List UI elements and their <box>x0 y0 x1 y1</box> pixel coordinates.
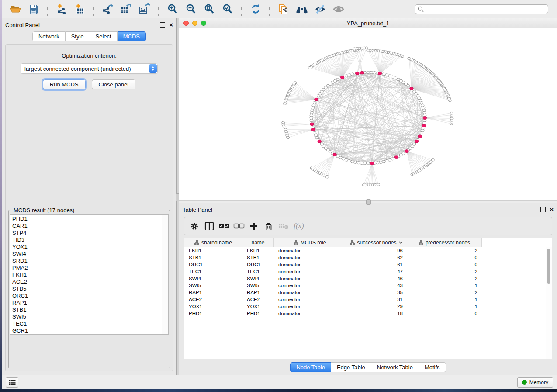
table-row[interactable]: ORC1ORC1dominator610 <box>184 261 546 268</box>
memory-button[interactable]: Memory <box>517 377 553 388</box>
zoom-fit-icon[interactable] <box>202 2 217 16</box>
column-header-mcds-role[interactable]: MCDS role <box>274 238 346 247</box>
table-row[interactable]: PHD1PHD1dominator180 <box>184 310 546 317</box>
table-cell[interactable]: PHD1 <box>242 311 274 316</box>
table-row[interactable]: YOX1YOX1connector291 <box>184 303 546 310</box>
export-image-icon[interactable] <box>137 2 152 16</box>
open-session-icon[interactable] <box>8 2 23 16</box>
close-panel-icon[interactable]: × <box>550 207 554 212</box>
select-all-icon[interactable] <box>218 220 231 233</box>
deselect-all-icon[interactable] <box>232 220 246 233</box>
refresh-icon[interactable] <box>248 2 263 16</box>
table-cell[interactable]: 18 <box>346 311 407 316</box>
table-cell[interactable]: 46 <box>346 276 407 281</box>
table-cell[interactable]: 62 <box>346 255 407 260</box>
hide-selected-icon[interactable] <box>313 2 328 16</box>
task-history-button[interactable] <box>6 377 18 388</box>
table-cell[interactable]: 31 <box>346 297 407 302</box>
table-row[interactable]: FKH1FKH1dominator962 <box>184 247 546 254</box>
table-cell[interactable]: TEC1 <box>242 269 274 274</box>
show-all-icon[interactable] <box>331 2 346 16</box>
mcds-result-item[interactable]: SWI5 <box>12 313 162 320</box>
table-cell[interactable]: 2 <box>407 269 482 274</box>
mcds-result-item[interactable]: TID3 <box>12 237 162 244</box>
table-cell[interactable]: 0 <box>407 311 482 316</box>
table-cell[interactable]: SWI4 <box>242 276 274 281</box>
run-mcds-button[interactable]: Run MCDS <box>43 79 86 89</box>
table-cell[interactable]: dominator <box>274 248 346 253</box>
mcds-result-item[interactable]: STP4 <box>12 230 162 237</box>
column-header-successor-nodes[interactable]: successor nodes <box>346 238 407 247</box>
table-cell[interactable]: connector <box>274 269 346 274</box>
network-view[interactable] <box>179 28 557 200</box>
import-table-icon[interactable] <box>73 2 87 16</box>
table-cell[interactable]: FKH1 <box>184 248 242 253</box>
table-cell[interactable]: connector <box>274 283 346 288</box>
mcds-result-item[interactable]: TEC1 <box>12 320 162 327</box>
table-cell[interactable]: STB1 <box>184 255 242 260</box>
table-row[interactable]: ACE2ACE2connector311 <box>184 296 546 303</box>
table-cell[interactable]: PHD1 <box>184 311 242 316</box>
table-cell[interactable]: SWI4 <box>184 276 242 281</box>
float-panel-icon[interactable] <box>540 207 546 212</box>
table-cell[interactable]: SWI5 <box>184 283 242 288</box>
column-header-name[interactable]: name <box>242 238 274 247</box>
table-scrollbar[interactable] <box>546 247 552 359</box>
mcds-result-item[interactable]: STB1 <box>12 306 162 313</box>
close-panel-icon[interactable]: × <box>169 23 173 27</box>
table-cell[interactable]: dominator <box>274 276 346 281</box>
tab-network[interactable]: Network <box>32 31 66 41</box>
table-cell[interactable]: 43 <box>346 283 407 288</box>
table-row[interactable]: SWI4SWI4dominator462 <box>184 275 546 282</box>
horizontal-splitter[interactable] <box>179 200 557 203</box>
tab-network-table[interactable]: Network Table <box>371 362 419 372</box>
table-cell[interactable]: 35 <box>346 290 407 295</box>
table-cell[interactable]: ACE2 <box>242 297 274 302</box>
mcds-result-item[interactable]: SWI4 <box>12 251 162 258</box>
network-graph[interactable] <box>179 28 557 200</box>
table-cell[interactable]: YOX1 <box>242 304 274 309</box>
table-cell[interactable]: 0 <box>407 262 482 267</box>
mcds-result-scrollbar[interactable] <box>162 215 168 334</box>
mcds-result-item[interactable]: PMA2 <box>12 265 162 272</box>
table-cell[interactable]: 29 <box>346 304 407 309</box>
mcds-result-item[interactable]: SRD1 <box>12 258 162 265</box>
mcds-result-item[interactable]: YOX1 <box>12 244 162 251</box>
table-cell[interactable]: 2 <box>407 276 482 281</box>
table-cell[interactable]: 1 <box>407 297 482 302</box>
export-table-icon[interactable] <box>119 2 134 16</box>
search-input[interactable] <box>426 6 545 13</box>
table-cell[interactable]: 2 <box>407 290 482 295</box>
save-session-icon[interactable] <box>26 2 41 16</box>
table-cell[interactable]: STB1 <box>242 255 274 260</box>
table-row[interactable]: SWI5SWI5connector431 <box>184 282 546 289</box>
tab-motifs[interactable]: Motifs <box>419 362 446 372</box>
table-cell[interactable]: ORC1 <box>242 262 274 267</box>
table-row[interactable]: RAP1RAP1dominator352 <box>184 289 546 296</box>
zoom-in-icon[interactable] <box>165 2 180 16</box>
delete-column-icon[interactable] <box>262 220 275 233</box>
table-cell[interactable]: 0 <box>407 255 482 260</box>
add-column-icon[interactable] <box>247 220 260 233</box>
table-cell[interactable]: RAP1 <box>184 290 242 295</box>
search-box[interactable] <box>415 4 548 14</box>
show-columns-icon[interactable] <box>203 220 216 233</box>
import-network-icon[interactable] <box>54 2 69 16</box>
table-cell[interactable]: connector <box>274 304 346 309</box>
tab-mcds[interactable]: MCDS <box>118 31 146 41</box>
column-header-predecessor-nodes[interactable]: predecessor nodes <box>407 238 482 247</box>
table-cell[interactable]: ORC1 <box>184 262 242 267</box>
table-cell[interactable]: dominator <box>274 262 346 267</box>
table-cell[interactable]: YOX1 <box>184 304 242 309</box>
mcds-result-item[interactable]: RAP1 <box>12 299 162 306</box>
table-cell[interactable]: ACE2 <box>184 297 242 302</box>
scrollbar-thumb[interactable] <box>547 249 550 284</box>
table-cell[interactable]: 47 <box>346 269 407 274</box>
table-cell[interactable]: 1 <box>407 304 482 309</box>
table-cell[interactable]: 1 <box>407 283 482 288</box>
table-cell[interactable]: 2 <box>407 248 482 253</box>
splitter-grip[interactable] <box>366 199 371 205</box>
tab-style[interactable]: Style <box>66 31 90 41</box>
tab-node-table[interactable]: Node Table <box>290 362 331 372</box>
mcds-result-item[interactable]: PHD1 <box>12 216 162 223</box>
